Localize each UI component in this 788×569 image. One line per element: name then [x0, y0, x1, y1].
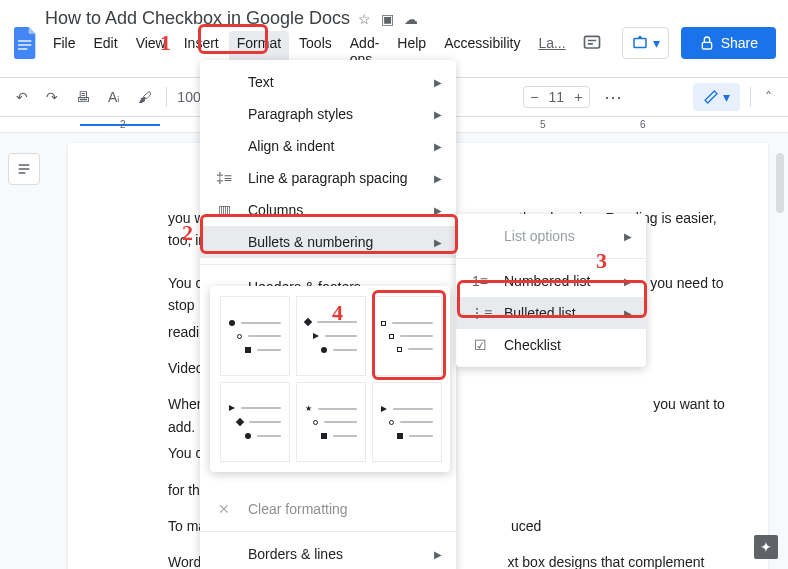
font-size-control[interactable]: − 11 +	[523, 86, 589, 108]
submenu-arrow-icon: ▶	[434, 109, 442, 120]
increase-font-icon[interactable]: +	[574, 89, 582, 105]
submenu-arrow-icon: ▶	[624, 308, 632, 319]
annotation-number-3: 3	[596, 248, 607, 274]
chevron-down-icon: ▾	[653, 35, 660, 51]
decrease-font-icon[interactable]: −	[530, 89, 538, 105]
submenu-arrow-icon: ▶	[434, 549, 442, 560]
editing-mode-button[interactable]: ▾	[693, 83, 740, 111]
outline-icon[interactable]	[8, 153, 40, 185]
menu-item-paragraph-styles[interactable]: Paragraph styles▶	[200, 98, 456, 130]
bullet-style-picker: ★	[210, 286, 450, 472]
star-icon[interactable]: ☆	[358, 11, 371, 27]
submenu-arrow-icon: ▶	[434, 237, 442, 248]
explore-icon[interactable]: ✦	[754, 535, 778, 559]
menu-item-line-spacing[interactable]: ‡≡Line & paragraph spacing▶	[200, 162, 456, 194]
submenu-arrow-icon: ▶	[624, 231, 632, 242]
bullets-numbering-submenu: List options▶ 1≡Numbered list▶ ⋮≡Bullete…	[456, 214, 646, 367]
paint-format-icon[interactable]: 🖌	[134, 85, 156, 109]
menu-item-borders-lines[interactable]: Borders & lines▶	[200, 538, 456, 569]
redo-icon[interactable]: ↷	[42, 85, 62, 109]
menu-item-bulleted-list[interactable]: ⋮≡Bulleted list▶	[456, 297, 646, 329]
line-spacing-icon: ‡≡	[214, 170, 234, 186]
collapse-icon[interactable]: ˄	[761, 85, 776, 109]
svg-rect-3	[584, 36, 599, 48]
menu-edit[interactable]: Edit	[86, 31, 126, 71]
cloud-icon[interactable]: ☁	[404, 11, 418, 27]
svg-rect-4	[634, 38, 646, 47]
document-title[interactable]: How to Add Checkbox in Google Docs	[45, 8, 350, 29]
menu-file[interactable]: File	[45, 31, 84, 71]
bullet-style-diamond-arrow-disc[interactable]	[296, 296, 366, 376]
doc-text: uced	[511, 518, 541, 534]
menu-item-columns[interactable]: ▥Columns▶	[200, 194, 456, 226]
chevron-down-icon: ▾	[723, 89, 730, 105]
menu-last-edit[interactable]: La...	[530, 31, 573, 71]
checklist-icon: ☑	[470, 337, 490, 353]
numbered-list-icon: 1≡	[470, 273, 490, 289]
menu-item-text[interactable]: Text▶	[200, 66, 456, 98]
svg-rect-0	[18, 40, 31, 41]
menu-item-numbered-list[interactable]: 1≡Numbered list▶	[456, 265, 646, 297]
submenu-arrow-icon: ▶	[434, 173, 442, 184]
bullet-style-arrow-circle-square[interactable]	[372, 382, 442, 462]
annotation-number-2: 2	[182, 220, 193, 246]
svg-rect-1	[18, 44, 31, 45]
menu-item-align-indent[interactable]: Align & indent▶	[200, 130, 456, 162]
font-size-value[interactable]: 11	[544, 89, 568, 105]
bullet-style-disc-circle-square[interactable]	[220, 296, 290, 376]
submenu-arrow-icon: ▶	[624, 276, 632, 287]
menu-item-clear-formatting[interactable]: ✕Clear formatting	[200, 493, 456, 525]
move-icon[interactable]: ▣	[381, 11, 394, 27]
present-button[interactable]: ▾	[622, 27, 669, 59]
bullet-style-checkbox[interactable]	[372, 296, 442, 376]
annotation-number-4: 4	[332, 300, 343, 326]
undo-icon[interactable]: ↶	[12, 85, 32, 109]
submenu-arrow-icon: ▶	[434, 77, 442, 88]
ruler-mark: 6	[640, 119, 646, 130]
more-icon[interactable]: ⋯	[600, 82, 628, 112]
vertical-scrollbar[interactable]	[776, 153, 784, 213]
bullet-style-arrow-diamond-disc[interactable]	[220, 382, 290, 462]
share-label: Share	[721, 35, 758, 51]
svg-rect-2	[18, 48, 27, 49]
bullet-style-star-circle-square[interactable]: ★	[296, 382, 366, 462]
ruler-mark: 5	[540, 119, 546, 130]
bulleted-list-icon: ⋮≡	[470, 305, 490, 321]
menu-item-checklist[interactable]: ☑Checklist	[456, 329, 646, 361]
clear-format-icon: ✕	[214, 501, 234, 517]
menu-item-bullets-numbering[interactable]: Bullets & numbering▶	[200, 226, 456, 258]
svg-rect-5	[702, 42, 711, 49]
menu-item-list-options[interactable]: List options▶	[456, 220, 646, 252]
annotation-number-1: 1	[160, 30, 171, 56]
comment-history-icon[interactable]	[574, 25, 610, 61]
ruler-mark: 2	[120, 119, 126, 130]
submenu-arrow-icon: ▶	[434, 205, 442, 216]
spellcheck-icon[interactable]: Aᵢ	[104, 85, 124, 109]
columns-icon: ▥	[214, 202, 234, 218]
docs-logo[interactable]	[12, 25, 41, 61]
submenu-arrow-icon: ▶	[434, 141, 442, 152]
share-button[interactable]: Share	[681, 27, 776, 59]
print-icon[interactable]: 🖶	[72, 85, 94, 109]
